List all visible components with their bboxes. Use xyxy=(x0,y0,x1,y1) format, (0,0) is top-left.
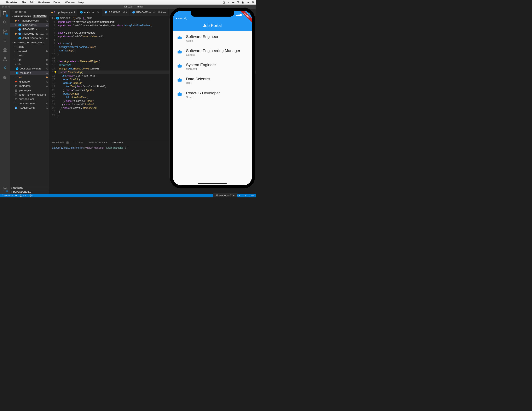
activity-extensions-icon[interactable] xyxy=(2,47,8,52)
file-item[interactable]: pubspec.lock xyxy=(10,97,49,101)
tray-icon[interactable]: S xyxy=(237,1,239,4)
folder-item[interactable]: › build xyxy=(10,53,49,58)
open-editor-item[interactable]: pubspec.yaml A xyxy=(10,19,49,23)
file-item[interactable]: pubspec.yaml A xyxy=(10,101,49,106)
status-branch[interactable]: ᚶ master*+ xyxy=(2,194,13,197)
activity-docker-icon[interactable] xyxy=(2,75,8,80)
briefcase-icon xyxy=(177,91,182,97)
mac-menu-hardware[interactable]: Hardware xyxy=(38,1,49,4)
window-traffic-lights[interactable] xyxy=(2,6,10,8)
explorer-sidebar: EXPLORER ⌄ OPEN EDITORS 1 UNSAVED pubspe… xyxy=(10,9,49,194)
tray-icon[interactable]: ◉ xyxy=(242,1,244,4)
folder-item[interactable]: › android xyxy=(10,49,49,53)
job-list-item[interactable]: Software Engineering Manager Google xyxy=(173,45,252,59)
mac-menu-debug[interactable]: Debug xyxy=(53,1,61,4)
folder-item[interactable]: › .idea xyxy=(10,45,49,49)
open-editors-header[interactable]: ⌄ OPEN EDITORS 1 UNSAVED xyxy=(10,15,49,18)
job-list-item[interactable]: Data Scientist DBS xyxy=(173,73,252,88)
job-list-item[interactable]: ReactJS Developer Smart xyxy=(173,88,252,102)
badge: 57 xyxy=(5,33,8,35)
activity-flutter-icon[interactable] xyxy=(2,66,8,70)
editor-tab[interactable]: pubspec.yaml xyxy=(49,9,77,16)
panel-tab-problems[interactable]: PROBLEMS 2 xyxy=(52,141,69,144)
simulator-device-label: iPhone Xʀ — 12.4 xyxy=(213,193,238,197)
jobs-list[interactable]: Software Engineer Apple Software Enginee… xyxy=(173,31,252,185)
file-icon xyxy=(18,19,21,22)
file-item[interactable]: main.dart A xyxy=(10,71,49,75)
job-list-item[interactable]: System Engineer Microsoft xyxy=(173,59,252,73)
open-editors-tree: pubspec.yaml A ✕ main.dart lib A README.… xyxy=(10,18,49,41)
briefcase-icon xyxy=(177,77,182,83)
file-item[interactable]: .gitignore A xyxy=(10,79,49,84)
activity-scm-icon[interactable]: 57 xyxy=(2,29,8,34)
appbar-title: Job Portal xyxy=(203,23,222,28)
folder-item[interactable]: › test xyxy=(10,75,49,79)
file-icon xyxy=(15,102,17,105)
panel-tab-output[interactable]: OUTPUT xyxy=(74,141,83,144)
file-icon xyxy=(15,106,17,109)
home-indicator[interactable] xyxy=(198,183,227,184)
tray-icon[interactable]: ⬪ xyxy=(228,1,229,4)
open-editor-item[interactable]: README.md ~/D... M xyxy=(10,31,49,36)
editor-tab[interactable]: README.md ./ xyxy=(102,9,130,16)
open-editor-item[interactable]: ✕ main.dart lib A xyxy=(10,23,49,27)
panel-tab-debug[interactable]: DEBUG CONSOLE xyxy=(88,141,107,144)
badge: 1 xyxy=(6,190,8,192)
project-label: FLUTTER_LISTVIEW_REST xyxy=(14,41,44,44)
status-sync-icon[interactable]: ⟳ xyxy=(15,194,17,197)
open-editor-item[interactable]: README.md A xyxy=(10,27,49,31)
status-eol[interactable]: LF xyxy=(244,194,246,197)
mac-menu-window[interactable]: Window xyxy=(65,1,75,4)
activity-explorer-icon[interactable]: 1 xyxy=(2,11,8,16)
tray-icon[interactable]: ⛴ xyxy=(232,1,235,4)
project-header[interactable]: ⌄ FLUTTER_LISTVIEW_REST xyxy=(10,41,49,44)
mac-menu-file[interactable]: File xyxy=(21,1,26,4)
file-icon xyxy=(80,11,83,14)
panel-tab-terminal[interactable]: TERMINAL xyxy=(112,141,124,144)
file-item[interactable]: README.md A xyxy=(10,106,49,110)
file-item[interactable]: JobsListView.dart A xyxy=(10,66,49,71)
tray-icon[interactable]: ⧉ xyxy=(252,1,254,4)
file-item[interactable]: flutter_listview_rest.iml xyxy=(10,92,49,97)
file-icon xyxy=(16,67,19,70)
activity-test-icon[interactable] xyxy=(2,56,8,61)
activity-settings-icon[interactable]: 1 xyxy=(2,186,8,191)
mac-app-name[interactable]: Simulator xyxy=(5,1,18,4)
tray-icon[interactable]: ◔ xyxy=(223,1,225,4)
file-item[interactable]: .metadata A xyxy=(10,84,49,88)
iphone-notch xyxy=(190,11,234,17)
file-icon xyxy=(54,11,57,14)
flutter-debug-banner: DEBUG xyxy=(235,11,252,27)
briefcase-icon xyxy=(177,63,182,68)
folder-item[interactable]: › ios xyxy=(10,58,49,62)
outline-header[interactable]: ›OUTLINE xyxy=(10,186,49,190)
dependencies-header[interactable]: ›DEPENDENCIES xyxy=(10,190,49,194)
ios-simulator: DEBUG 1:03 ◀ jobportal_... ▁▃▅ ᯤ ▮▯ Job … xyxy=(170,8,255,189)
activity-search-icon[interactable] xyxy=(2,20,8,25)
status-errors[interactable]: ⓧ 1 ⚠ 1 ⓘ 1 xyxy=(20,194,33,197)
activity-debug-icon[interactable] xyxy=(2,38,8,43)
file-icon xyxy=(18,32,21,35)
file-item[interactable]: .packages xyxy=(10,88,49,92)
editor-tab[interactable]: main.dart ✕ xyxy=(77,9,102,16)
mac-menu-edit[interactable]: Edit xyxy=(30,1,34,4)
open-editors-label: OPEN EDITORS xyxy=(14,15,31,18)
file-icon xyxy=(15,85,17,88)
open-editor-item[interactable]: JobsListView.dar... A xyxy=(10,36,49,40)
file-icon xyxy=(16,71,19,74)
window-title: main.dart — flutter xyxy=(123,5,143,8)
badge: 1 xyxy=(6,15,8,17)
ios-back-link[interactable]: ◀ jobportal_... xyxy=(176,17,189,20)
tray-icon[interactable]: ☁ xyxy=(247,1,249,4)
status-lang[interactable]: Dart xyxy=(250,194,254,197)
folder-item[interactable]: ⌄ lib xyxy=(10,62,49,66)
job-list-item[interactable]: Software Engineer Apple xyxy=(173,31,252,45)
close-icon[interactable]: ✕ xyxy=(97,11,99,14)
mac-menu-help[interactable]: Help xyxy=(78,1,84,4)
file-icon xyxy=(18,24,21,27)
file-icon xyxy=(104,11,107,14)
project-tree: › .idea › android › build › ios ⌄ lib xyxy=(10,44,49,110)
mac-menubar-right: ◔ ⬪ ⛴ S ◉ ☁ ⧉ xyxy=(223,1,254,4)
editor-tab[interactable]: README.md ~/.../flutter- xyxy=(130,9,169,16)
file-icon xyxy=(15,80,17,83)
